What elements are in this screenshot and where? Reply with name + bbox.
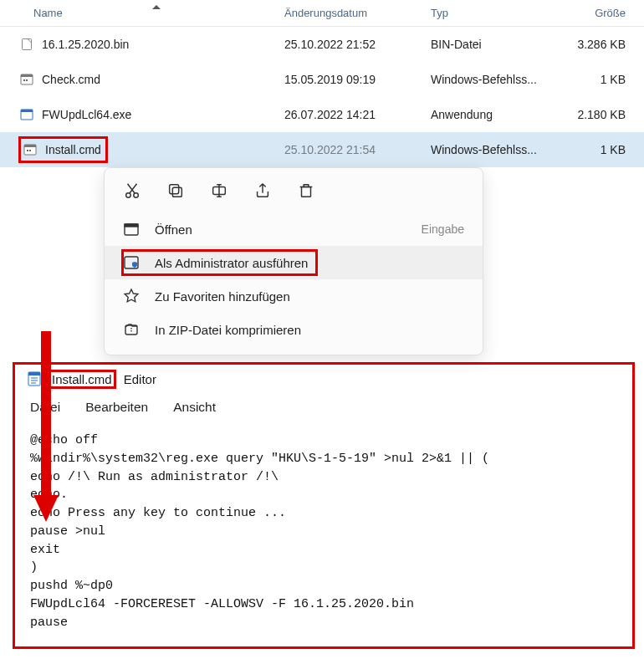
notepad-content[interactable]: @echo off %windir%\system32\reg.exe quer… — [15, 427, 632, 646]
ctx-add-favorite[interactable]: Zu Favoriten hinzufügen — [105, 279, 483, 313]
svg-point-9 — [27, 150, 28, 151]
notepad-appname: Editor — [124, 372, 156, 386]
file-row[interactable]: FWUpdLcl64.exe 26.07.2022 14:21 Anwendun… — [0, 97, 644, 132]
header-name[interactable]: Name — [0, 7, 284, 19]
menu-file[interactable]: Datei — [30, 400, 60, 415]
cmd-icon — [20, 73, 33, 86]
delete-icon[interactable] — [297, 181, 315, 202]
context-icon-row — [105, 173, 483, 212]
column-headers: Name Änderungsdatum Typ Größe — [0, 0, 644, 27]
file-size: 1 KB — [552, 143, 636, 156]
svg-rect-20 — [125, 224, 138, 227]
file-size: 2.180 KB — [552, 108, 636, 121]
svg-point-3 — [23, 79, 25, 81]
ctx-open-label: Öffnen — [155, 222, 192, 237]
svg-rect-18 — [302, 186, 311, 197]
file-type: Windows-Befehlss... — [431, 143, 552, 156]
ctx-compress-zip[interactable]: In ZIP-Datei komprimieren — [105, 313, 483, 346]
svg-point-10 — [29, 150, 31, 151]
exe-icon — [20, 108, 33, 121]
notepad-titlebar: Install.cmd Editor — [15, 365, 632, 390]
ctx-run-as-admin[interactable]: Als Administrator ausführen — [105, 246, 483, 279]
svg-rect-0 — [23, 39, 32, 50]
star-icon — [123, 288, 140, 304]
zip-icon — [123, 321, 140, 338]
highlight-install: Install.cmd — [20, 138, 106, 161]
ctx-open-hint: Eingabe — [422, 222, 464, 236]
file-name: 16.1.25.2020.bin — [42, 38, 129, 51]
share-icon[interactable] — [253, 181, 272, 202]
notepad-icon — [27, 371, 42, 386]
file-type: Anwendung — [431, 108, 552, 121]
menu-edit[interactable]: Bearbeiten — [85, 400, 148, 415]
notepad-filename: Install.cmd — [50, 372, 114, 386]
open-icon — [123, 221, 140, 238]
file-date: 25.10.2022 21:52 — [284, 38, 431, 51]
ctx-open[interactable]: Öffnen Eingabe — [105, 212, 483, 246]
file-row[interactable]: 16.1.25.2020.bin 25.10.2022 21:52 BIN-Da… — [0, 27, 644, 62]
notepad-menubar: Datei Bearbeiten Ansicht — [15, 390, 632, 427]
svg-point-4 — [26, 79, 28, 81]
file-size: 3.286 KB — [552, 38, 636, 51]
svg-rect-24 — [28, 372, 40, 375]
ctx-zip-label: In ZIP-Datei komprimieren — [155, 323, 301, 337]
file-type: BIN-Datei — [431, 38, 552, 51]
file-explorer: Name Änderungsdatum Typ Größe 16.1.25.20… — [0, 0, 644, 646]
file-row[interactable]: Install.cmd 25.10.2022 21:54 Windows-Bef… — [0, 132, 644, 167]
menu-view[interactable]: Ansicht — [173, 400, 216, 415]
svg-rect-6 — [21, 110, 33, 112]
file-name: Install.cmd — [45, 143, 101, 156]
context-menu: Öffnen Eingabe Als Administrator ausführ… — [104, 167, 483, 355]
cut-icon[interactable] — [123, 181, 141, 202]
header-size[interactable]: Größe — [552, 7, 636, 19]
file-date: 26.07.2022 14:21 — [284, 108, 431, 121]
header-date[interactable]: Änderungsdatum — [284, 7, 431, 19]
highlight-admin: Als Administrator ausführen — [123, 251, 316, 274]
svg-rect-15 — [172, 187, 181, 197]
shield-admin-icon — [123, 254, 140, 271]
copy-icon[interactable] — [166, 181, 185, 202]
file-name: FWUpdLcl64.exe — [42, 108, 131, 121]
cmd-icon — [23, 143, 37, 156]
file-date: 15.05.2019 09:19 — [284, 73, 431, 86]
svg-rect-2 — [21, 74, 33, 77]
file-name: Check.cmd — [42, 73, 100, 86]
file-type: Windows-Befehlss... — [431, 73, 552, 86]
notepad-window: Install.cmd Editor Datei Bearbeiten Ansi… — [15, 365, 632, 646]
svg-rect-8 — [24, 145, 36, 147]
file-date: 25.10.2022 21:54 — [284, 143, 431, 156]
file-row[interactable]: Check.cmd 15.05.2019 09:19 Windows-Befeh… — [0, 62, 644, 97]
svg-rect-16 — [170, 185, 179, 194]
rename-icon[interactable] — [210, 181, 228, 202]
ctx-admin-label: Als Administrator ausführen — [155, 256, 308, 270]
file-size: 1 KB — [552, 73, 636, 86]
file-icon — [20, 38, 33, 51]
header-type[interactable]: Typ — [431, 7, 552, 19]
ctx-fav-label: Zu Favoriten hinzufügen — [155, 289, 290, 304]
